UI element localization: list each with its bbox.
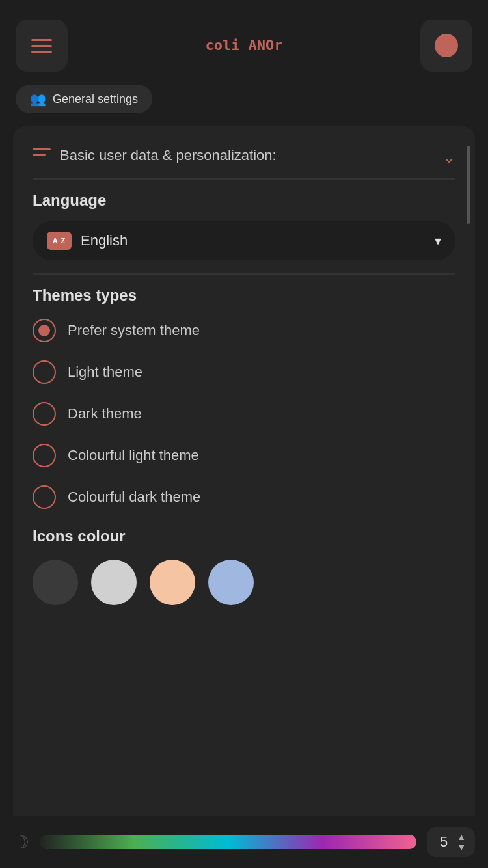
- radio-system-theme-label: Prefer system theme: [68, 322, 200, 339]
- peach-swatch[interactable]: [150, 560, 195, 605]
- section-header: Basic user data & personalization: ⌄: [33, 146, 455, 167]
- radio-light-theme[interactable]: Light theme: [33, 360, 455, 384]
- moon-icon: ☽: [13, 832, 29, 853]
- record-button[interactable]: [420, 20, 472, 72]
- radio-light-theme-circle: [33, 360, 56, 384]
- stepper-down-button[interactable]: ▼: [457, 843, 466, 852]
- radio-colourful-light-theme[interactable]: Colourful light theme: [33, 444, 455, 467]
- main-card: Basic user data & personalization: ⌄ Lan…: [13, 126, 475, 829]
- radio-colourful-light-theme-circle: [33, 444, 56, 467]
- radio-colourful-light-theme-label: Colourful light theme: [68, 447, 199, 464]
- menu-button[interactable]: [16, 20, 68, 72]
- language-selected-value: English: [81, 232, 128, 249]
- app-logo: coli ANOr: [205, 38, 282, 53]
- breadcrumb-label: General settings: [53, 92, 138, 106]
- stepper-up-button[interactable]: ▲: [457, 832, 466, 841]
- blue-swatch[interactable]: [208, 560, 254, 605]
- rainbow-slider[interactable]: [40, 835, 416, 849]
- section-chevron-icon[interactable]: ⌄: [442, 148, 455, 167]
- radio-system-theme[interactable]: Prefer system theme: [33, 319, 455, 342]
- stepper-box: 5 ▲ ▼: [427, 827, 475, 857]
- radio-colourful-dark-theme-label: Colourful dark theme: [68, 489, 200, 506]
- breadcrumb-pill[interactable]: 👥 General settings: [16, 85, 152, 113]
- icons-colour-label: Icons colour: [33, 527, 455, 545]
- radio-colourful-dark-theme[interactable]: Colourful dark theme: [33, 485, 455, 509]
- radio-system-theme-circle: [33, 319, 56, 342]
- radio-dark-theme-label: Dark theme: [68, 405, 142, 422]
- stepper-arrows: ▲ ▼: [457, 832, 466, 852]
- record-icon: [435, 34, 458, 57]
- colour-swatches: [33, 560, 455, 605]
- section-title: Basic user data & personalization:: [60, 146, 277, 166]
- language-icon: A Z: [47, 232, 72, 250]
- radio-colourful-dark-theme-circle: [33, 485, 56, 509]
- language-left: A Z English: [47, 232, 128, 250]
- radio-dark-theme[interactable]: Dark theme: [33, 402, 455, 426]
- scrollbar[interactable]: [467, 146, 470, 224]
- people-icon: 👥: [30, 91, 46, 107]
- themes-label: Themes types: [33, 286, 455, 305]
- stepper-value: 5: [436, 834, 452, 850]
- language-dropdown[interactable]: A Z English ▾: [33, 221, 455, 260]
- divider-2: [33, 273, 455, 275]
- section-header-left: Basic user data & personalization:: [33, 146, 277, 166]
- top-bar: coli ANOr: [0, 0, 488, 85]
- breadcrumb: 👥 General settings: [0, 85, 488, 126]
- dark-swatch[interactable]: [33, 560, 78, 605]
- radio-light-theme-label: Light theme: [68, 364, 142, 381]
- dropdown-arrow-icon: ▾: [435, 233, 441, 249]
- divider-1: [33, 178, 455, 180]
- hamburger-icon: [31, 39, 52, 53]
- white-swatch[interactable]: [91, 560, 137, 605]
- filter-icon: [33, 148, 51, 156]
- language-label: Language: [33, 191, 455, 210]
- bottom-bar: ☽ 5 ▲ ▼: [0, 816, 488, 868]
- radio-dark-theme-circle: [33, 402, 56, 426]
